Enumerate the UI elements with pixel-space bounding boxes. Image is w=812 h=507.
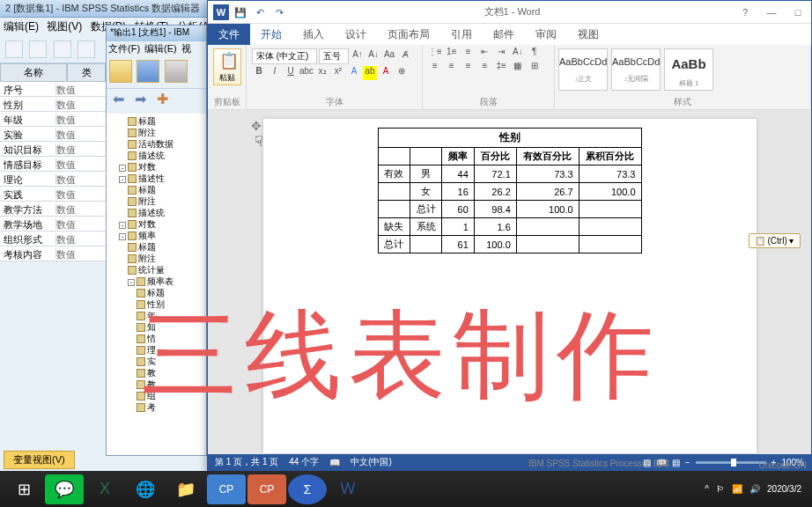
frequency-table[interactable]: 频率百分比有效百分比累积百分比有效男4472.173.373.3女1626.22… <box>378 147 642 254</box>
document-area[interactable]: ✥ ☟ 性别 频率百分比有效百分比累积百分比有效男4472.173.373.3女… <box>208 110 811 454</box>
tree-item[interactable]: 统计量 <box>108 264 204 276</box>
align-center-icon[interactable]: ≡ <box>445 61 459 75</box>
tree-item[interactable]: -对数 <box>108 161 204 173</box>
variable-row[interactable]: 序号数值 <box>0 82 106 97</box>
zoom-out-icon[interactable]: − <box>685 458 690 467</box>
tree-item[interactable]: 附注 <box>108 253 204 264</box>
print-icon[interactable] <box>165 60 188 83</box>
table-row[interactable]: 女1626.226.7100.0 <box>378 183 641 201</box>
variable-view-tab[interactable]: 变量视图(V) <box>4 451 75 469</box>
indent-right-icon[interactable]: ⇥ <box>494 47 508 61</box>
sort-icon[interactable]: A↓ <box>511 47 525 61</box>
toolbar-button[interactable] <box>29 40 47 58</box>
table-row[interactable]: 总计6098.4100.0 <box>378 201 641 218</box>
shading-icon[interactable]: ▦ <box>511 61 525 75</box>
excel-icon[interactable]: X <box>85 474 124 504</box>
tree-item[interactable]: -频率 <box>108 230 204 241</box>
page-count[interactable]: 第 1 页，共 1 页 <box>215 456 278 468</box>
highlight-icon[interactable]: ab <box>363 66 377 80</box>
text-effect-icon[interactable]: A <box>347 66 361 80</box>
tab-layout[interactable]: 页面布局 <box>377 24 440 45</box>
tab-references[interactable]: 引用 <box>440 24 483 45</box>
table-row[interactable]: 缺失系统11.6 <box>378 218 641 236</box>
save-icon[interactable] <box>137 60 159 83</box>
spss-icon[interactable]: Σ <box>288 474 327 504</box>
underline-icon[interactable]: U <box>284 66 298 80</box>
open-icon[interactable] <box>109 60 132 83</box>
start-button[interactable]: ⊞ <box>4 474 43 504</box>
variable-row[interactable]: 考核内容数值 <box>0 246 106 261</box>
redo-icon[interactable]: ↷ <box>271 4 287 20</box>
menu-edit[interactable]: 编辑(E) <box>4 20 39 33</box>
grow-font-icon[interactable]: A↑ <box>351 49 365 63</box>
tree-item[interactable]: -描述性 <box>108 173 204 184</box>
language[interactable]: 中文(中国) <box>351 456 392 468</box>
spellcheck-icon[interactable]: 📖 <box>329 458 340 467</box>
tree-item[interactable]: -对数 <box>108 218 204 230</box>
font-size-select[interactable]: 五号 <box>319 48 349 64</box>
tree-item[interactable]: 教 <box>108 378 204 390</box>
tab-home[interactable]: 开始 <box>250 24 292 45</box>
font-color-icon[interactable]: A <box>379 66 393 80</box>
borders-icon[interactable]: ⊞ <box>528 61 542 75</box>
menu-file[interactable]: 文件(F) <box>108 43 140 54</box>
align-right-icon[interactable]: ≡ <box>461 61 476 75</box>
help-icon[interactable]: ? <box>732 7 758 18</box>
spss-variable-grid[interactable]: 名称 类 序号数值性别数值年级数值实验数值知识目标数值情感目标数值理论数值实践数… <box>0 63 106 261</box>
tree-item[interactable]: 年 <box>108 310 204 321</box>
app-icon[interactable]: CP <box>207 474 246 504</box>
network-icon[interactable]: 📶 <box>732 484 742 494</box>
italic-icon[interactable]: I <box>268 66 282 80</box>
volume-icon[interactable]: 🔊 <box>749 484 760 494</box>
ribbon-tabs[interactable]: 文件 开始 插入 设计 页面布局 引用 邮件 审阅 视图 <box>208 24 811 45</box>
tree-item[interactable]: 理 <box>108 344 204 356</box>
web-layout-icon[interactable]: ▤ <box>672 458 680 467</box>
word-icon[interactable]: W <box>328 474 367 504</box>
variable-row[interactable]: 教学场地数值 <box>0 217 106 231</box>
phonetic-icon[interactable]: ⊕ <box>395 66 409 80</box>
zoom-slider[interactable] <box>696 461 766 464</box>
variable-row[interactable]: 性别数值 <box>0 97 106 112</box>
variable-row[interactable]: 知识目标数值 <box>0 142 106 157</box>
toolbar-button[interactable] <box>78 40 95 58</box>
font-name-select[interactable]: 宋体 (中文正) <box>252 48 317 64</box>
align-left-icon[interactable]: ≡ <box>428 61 442 75</box>
variable-row[interactable]: 实践数值 <box>0 187 106 202</box>
style-normal[interactable]: AaBbCcDd ↓正文 <box>558 48 608 91</box>
col-type[interactable]: 类 <box>67 63 106 82</box>
tab-insert[interactable]: 插入 <box>292 24 335 45</box>
tree-item[interactable]: 组 <box>108 390 204 401</box>
tree-item[interactable]: 活动数据 <box>108 138 204 150</box>
chrome-icon[interactable]: 🌐 <box>126 474 165 504</box>
flag-icon[interactable]: 🏳 <box>716 484 725 494</box>
save-icon[interactable]: 💾 <box>233 4 248 20</box>
spss-output-menu[interactable]: 文件(F) 编辑(E) 视 <box>107 41 206 57</box>
table-row[interactable]: 有效男4472.173.373.3 <box>378 165 641 183</box>
shrink-font-icon[interactable]: A↓ <box>366 49 380 63</box>
line-spacing-icon[interactable]: ‡≡ <box>494 61 508 75</box>
bold-icon[interactable]: B <box>252 66 266 80</box>
windows-taskbar[interactable]: ⊞ 💬 X 🌐 📁 CP CP Σ W ^ 🏳 📶 🔊 2020/3/2 <box>0 471 812 507</box>
superscript-icon[interactable]: x² <box>331 66 345 80</box>
wechat-icon[interactable]: 💬 <box>45 474 84 504</box>
tab-mail[interactable]: 邮件 <box>483 24 525 45</box>
variable-row[interactable]: 情感目标数值 <box>0 157 106 172</box>
variable-row[interactable]: 教学方法数值 <box>0 202 106 217</box>
tree-item[interactable]: 附注 <box>108 127 204 138</box>
tree-item[interactable]: 标题 <box>108 115 204 127</box>
variable-row[interactable]: 理论数值 <box>0 172 106 187</box>
tree-item[interactable]: -频率表 <box>108 276 204 287</box>
app-icon[interactable]: CP <box>247 474 286 504</box>
tree-item[interactable]: 性别 <box>108 298 204 310</box>
table-row[interactable]: 总计61100.0 <box>378 236 641 254</box>
numbering-icon[interactable]: 1≡ <box>445 47 459 61</box>
change-case-icon[interactable]: Aa <box>382 49 396 63</box>
variable-row[interactable]: 组织形式数值 <box>0 231 106 246</box>
minimize-icon[interactable]: — <box>758 7 785 18</box>
output-tree[interactable]: 标题附注活动数据描述统-对数-描述性标题附注描述统-对数-频率标题附注统计量-频… <box>107 114 206 430</box>
tab-view[interactable]: 视图 <box>567 24 609 45</box>
menu-view[interactable]: 视图(V) <box>47 20 82 33</box>
col-name[interactable]: 名称 <box>0 63 67 82</box>
justify-icon[interactable]: ≡ <box>477 61 491 75</box>
folder-icon[interactable]: 📁 <box>166 474 205 504</box>
